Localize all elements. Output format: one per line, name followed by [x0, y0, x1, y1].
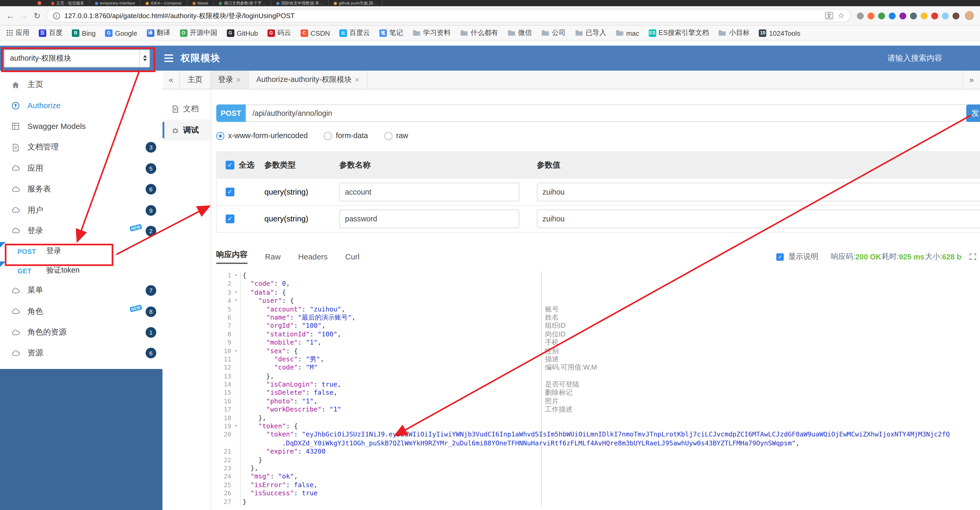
back-button[interactable]: ←	[6, 11, 14, 20]
browser-tab[interactable]: 接口文档参数/多个字…	[214, 0, 271, 6]
sidebar-item-Swagger Models[interactable]: Swagger Models	[0, 116, 162, 137]
bookmark-item[interactable]: 百百度	[39, 28, 62, 38]
browser-tab[interactable]: IDEA—Compose	[141, 0, 187, 6]
profile-avatar[interactable]	[965, 11, 974, 20]
sidebar-item-用户[interactable]: 用户9	[0, 199, 162, 221]
response-tab-响应内容[interactable]: 响应内容	[216, 250, 248, 264]
doc-tab-Authorize-authority-权限模块[interactable]: Authorize-authority-权限模块×	[249, 71, 368, 89]
sidebar-item-主页[interactable]: 主页	[0, 74, 162, 95]
fold-icon[interactable]: ▾	[232, 347, 239, 355]
row-checkbox[interactable]: ✓	[226, 188, 234, 196]
sidebar-item-登录[interactable]: 登录NEW2	[0, 221, 162, 242]
line-number[interactable]: 15	[216, 389, 232, 397]
extension-icon[interactable]	[910, 12, 917, 19]
bookmark-item[interactable]: 云百度云	[339, 28, 370, 38]
select-all-checkbox[interactable]: ✓	[226, 161, 234, 169]
line-number[interactable]: 14	[216, 380, 232, 389]
bookmark-item[interactable]: BBing	[72, 29, 96, 37]
line-number[interactable]: 25	[216, 481, 232, 489]
bookmark-item[interactable]: 微信	[508, 27, 532, 38]
bookmark-item[interactable]: 笔笔记	[379, 28, 403, 38]
response-tab-Raw[interactable]: Raw	[265, 253, 281, 264]
param-value-input[interactable]	[537, 210, 980, 228]
show-desc-checkbox[interactable]: ✓	[776, 253, 784, 260]
window-close-icon[interactable]	[38, 1, 41, 5]
content-type-radio-form-data[interactable]: form-data	[324, 131, 368, 140]
page-info-icon[interactable]: i	[53, 12, 60, 19]
sidebar-item-角色[interactable]: 角色NEW8	[0, 301, 162, 322]
line-number[interactable]: 22	[216, 456, 232, 464]
bookmark-star-icon[interactable]: ☆	[838, 12, 845, 19]
fold-icon[interactable]: ▾	[232, 288, 239, 296]
extension-icon[interactable]	[953, 12, 959, 19]
line-number[interactable]: 11	[216, 355, 232, 363]
bookmark-item[interactable]: O开源中国	[180, 28, 217, 38]
extension-icon[interactable]	[857, 12, 864, 19]
sidebar-item-角色的资源[interactable]: 角色的资源1	[0, 322, 162, 343]
fold-icon[interactable]: ▾	[232, 422, 239, 431]
line-number[interactable]: 16	[216, 397, 232, 405]
line-number[interactable]: 20	[216, 430, 232, 439]
line-number[interactable]: 1	[216, 271, 232, 280]
line-number[interactable]: 5	[216, 305, 232, 313]
line-number[interactable]: 24	[216, 472, 232, 481]
bookmark-item[interactable]: 已导入	[575, 27, 606, 38]
line-number[interactable]: 8	[216, 330, 232, 338]
tab-document[interactable]: 文档	[162, 98, 210, 120]
line-number[interactable]: 4	[216, 296, 232, 305]
bookmark-item[interactable]: ESES搜索引擎文档	[649, 28, 709, 38]
line-number[interactable]: 3	[216, 288, 232, 296]
param-name-input[interactable]	[339, 210, 519, 228]
bookmark-item[interactable]: 学习资料	[412, 27, 451, 38]
doc-tab-主页[interactable]: 主页	[180, 71, 211, 89]
address-bar[interactable]: i 127.0.0.1:8760/api/gate/doc.html#/auth…	[46, 9, 851, 22]
line-number[interactable]: 12	[216, 363, 232, 372]
extension-icon[interactable]	[899, 12, 906, 19]
bookmark-item[interactable]: 公司	[541, 27, 566, 38]
line-number[interactable]: 7	[216, 322, 232, 330]
sidebar-item-资源[interactable]: 资源6	[0, 343, 162, 364]
browser-tab[interactable]: hbase	[188, 0, 214, 6]
translate-icon[interactable]: 文	[825, 12, 833, 19]
line-number[interactable]: 26	[216, 489, 232, 498]
line-number[interactable]: 17	[216, 405, 232, 414]
collapse-tabs-icon[interactable]: «	[162, 71, 180, 89]
bookmark-item[interactable]: 101024Tools	[759, 29, 800, 37]
sidebar-item-菜单[interactable]: 菜单7	[0, 280, 162, 301]
extension-icon[interactable]	[942, 12, 949, 19]
sidebar-item-Authorize[interactable]: Authorize	[0, 95, 162, 116]
tab-close-icon[interactable]: ×	[236, 75, 241, 84]
menu-toggle-icon[interactable]	[164, 54, 173, 62]
doc-tab-登录[interactable]: 登录×	[211, 71, 249, 89]
bookmark-item[interactable]: GGitHub	[226, 29, 258, 37]
response-tab-Curl[interactable]: Curl	[345, 253, 360, 264]
api-path-input[interactable]	[246, 105, 968, 122]
extension-icon[interactable]	[921, 12, 928, 19]
search-input[interactable]	[888, 54, 956, 62]
line-number[interactable]: 23	[216, 464, 232, 472]
line-number[interactable]: 27	[216, 498, 232, 506]
browser-tab[interactable]: github push失败,国…	[329, 0, 383, 6]
extension-icon[interactable]	[931, 12, 938, 19]
line-number[interactable]: 13	[216, 372, 232, 380]
extension-icon[interactable]	[867, 12, 874, 19]
module-select[interactable]: authority-权限模块	[4, 49, 150, 67]
bookmark-item[interactable]: 小目标	[718, 27, 749, 38]
line-number[interactable]	[216, 439, 232, 447]
reload-button[interactable]: ↻	[34, 11, 41, 20]
line-number[interactable]: 19	[216, 422, 232, 431]
line-number[interactable]: 10	[216, 347, 232, 355]
sidebar-item-应用[interactable]: 应用5	[0, 158, 162, 179]
content-type-radio-x-www-form-urlencoded[interactable]: x-www-form-urlencoded	[216, 131, 308, 140]
bookmark-item[interactable]: 译翻译	[146, 28, 170, 38]
tab-close-icon[interactable]: ×	[355, 75, 359, 84]
browser-tab[interactable]: 主页 - 短信服务	[46, 0, 90, 6]
extension-icon[interactable]	[878, 12, 885, 19]
expand-icon[interactable]	[969, 253, 976, 260]
line-number[interactable]: 6	[216, 313, 232, 322]
browser-tab[interactable]: 国际收支申报数据,单…	[271, 0, 329, 6]
extension-icon[interactable]	[889, 12, 896, 19]
bookmark-item[interactable]: 应用	[6, 27, 29, 38]
param-name-input[interactable]	[339, 183, 519, 201]
more-tabs-icon[interactable]: »	[963, 71, 980, 89]
